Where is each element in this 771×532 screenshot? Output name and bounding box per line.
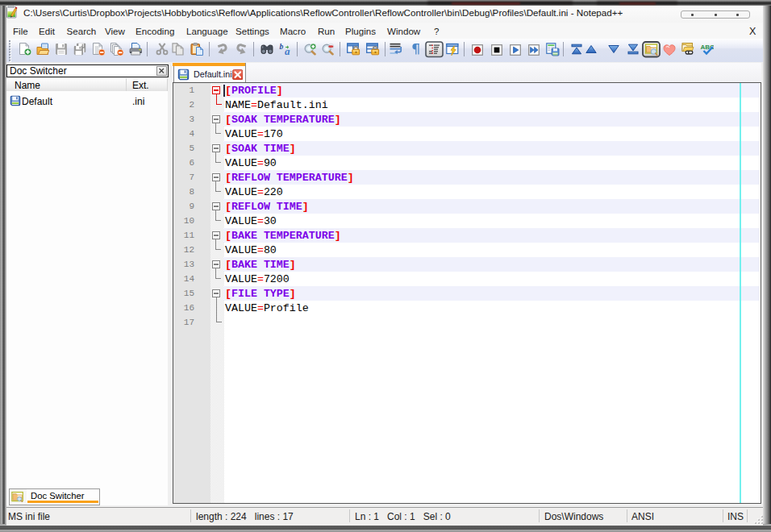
svg-text:b: b bbox=[280, 43, 284, 51]
